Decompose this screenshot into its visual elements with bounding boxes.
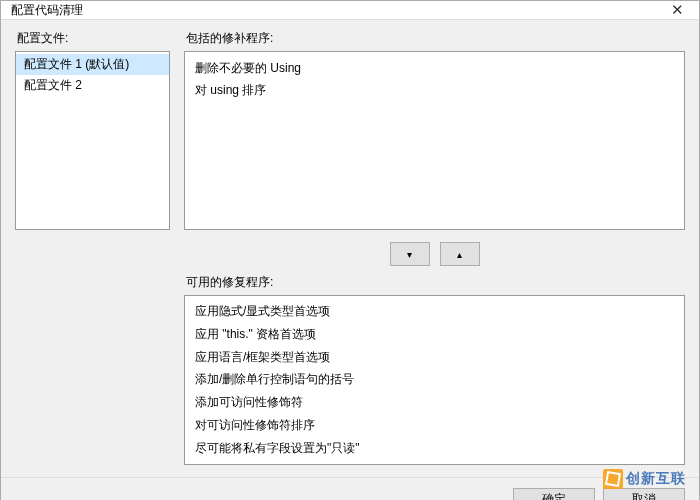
available-item[interactable]: 应用隐式/显式类型首选项 bbox=[195, 300, 684, 323]
close-icon: ✕ bbox=[671, 1, 684, 19]
mover-buttons: ▾ ▴ bbox=[184, 236, 685, 268]
upper-row: 配置文件: 配置文件 1 (默认值) 配置文件 2 包括的修补程序: 删除不必要… bbox=[15, 30, 685, 230]
included-listbox[interactable]: 删除不必要的 Using 对 using 排序 bbox=[184, 51, 685, 230]
available-item[interactable]: 应用 "this." 资格首选项 bbox=[195, 323, 684, 346]
profiles-column: 配置文件: 配置文件 1 (默认值) 配置文件 2 bbox=[15, 30, 170, 230]
dialog-footer: 确定 取消 bbox=[1, 477, 699, 500]
close-button[interactable]: ✕ bbox=[655, 1, 699, 19]
profile-item[interactable]: 配置文件 2 bbox=[16, 75, 169, 96]
dialog-window: 配置代码清理 ✕ 配置文件: 配置文件 1 (默认值) 配置文件 2 包括的修补… bbox=[0, 0, 700, 500]
profile-item[interactable]: 配置文件 1 (默认值) bbox=[16, 54, 169, 75]
available-item[interactable]: 对可访问性修饰符排序 bbox=[195, 414, 684, 437]
titlebar: 配置代码清理 ✕ bbox=[1, 1, 699, 20]
chevron-down-icon: ▾ bbox=[407, 249, 412, 260]
available-item[interactable]: 添加/删除单行控制语句的括号 bbox=[195, 368, 684, 391]
dialog-body: 配置文件: 配置文件 1 (默认值) 配置文件 2 包括的修补程序: 删除不必要… bbox=[1, 20, 699, 477]
profiles-label: 配置文件: bbox=[15, 30, 170, 47]
available-item[interactable]: 尽可能将私有字段设置为"只读" bbox=[195, 437, 684, 460]
profiles-listbox[interactable]: 配置文件 1 (默认值) 配置文件 2 bbox=[15, 51, 170, 230]
move-down-button[interactable]: ▾ bbox=[390, 242, 430, 266]
available-label: 可用的修复程序: bbox=[184, 274, 685, 291]
included-label: 包括的修补程序: bbox=[184, 30, 685, 47]
included-item[interactable]: 对 using 排序 bbox=[195, 80, 674, 102]
available-listbox[interactable]: 应用隐式/显式类型首选项 应用 "this." 资格首选项 应用语言/框架类型首… bbox=[184, 295, 685, 465]
available-item[interactable]: 添加可访问性修饰符 bbox=[195, 391, 684, 414]
dialog-title: 配置代码清理 bbox=[11, 2, 83, 19]
available-item[interactable]: 应用语言/框架类型首选项 bbox=[195, 346, 684, 369]
included-column: 包括的修补程序: 删除不必要的 Using 对 using 排序 bbox=[184, 30, 685, 230]
chevron-up-icon: ▴ bbox=[457, 249, 462, 260]
available-section: 可用的修复程序: 应用隐式/显式类型首选项 应用 "this." 资格首选项 应… bbox=[184, 274, 685, 465]
included-item[interactable]: 删除不必要的 Using bbox=[195, 58, 674, 80]
ok-button[interactable]: 确定 bbox=[513, 488, 595, 500]
move-up-button[interactable]: ▴ bbox=[440, 242, 480, 266]
cancel-button[interactable]: 取消 bbox=[603, 488, 685, 500]
